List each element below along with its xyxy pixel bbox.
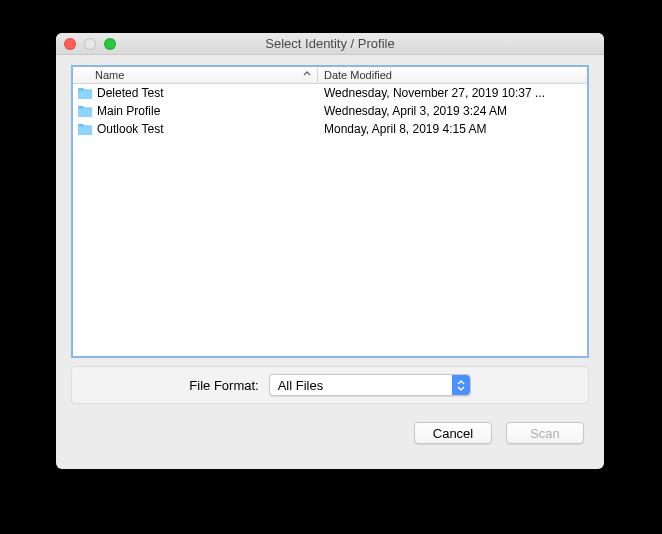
window-title: Select Identity / Profile [56, 36, 604, 51]
table-row[interactable]: Main Profile Wednesday, April 3, 2019 3:… [73, 102, 587, 120]
file-date: Wednesday, April 3, 2019 3:24 AM [318, 104, 587, 118]
traffic-lights [64, 38, 116, 50]
file-name: Deleted Test [97, 86, 164, 100]
folder-icon [77, 87, 93, 100]
column-headers: Name Date Modified [73, 67, 587, 84]
sort-ascending-icon [303, 70, 311, 80]
name-cell: Main Profile [73, 104, 318, 118]
cancel-button-label: Cancel [433, 426, 473, 441]
table-row[interactable]: Outlook Test Monday, April 8, 2019 4:15 … [73, 120, 587, 138]
close-icon[interactable] [64, 38, 76, 50]
maximize-icon[interactable] [104, 38, 116, 50]
select-arrows-icon [452, 375, 470, 395]
table-row[interactable]: Deleted Test Wednesday, November 27, 201… [73, 84, 587, 102]
column-header-name[interactable]: Name [73, 67, 318, 83]
file-format-label: File Format: [189, 378, 258, 393]
column-header-date[interactable]: Date Modified [318, 67, 587, 83]
dialog-window: Select Identity / Profile Name Date Modi… [56, 33, 604, 469]
minimize-icon [84, 38, 96, 50]
file-name: Outlook Test [97, 122, 163, 136]
folder-icon [77, 105, 93, 118]
file-date: Monday, April 8, 2019 4:15 AM [318, 122, 587, 136]
file-date: Wednesday, November 27, 2019 10:37 ... [318, 86, 587, 100]
name-cell: Deleted Test [73, 86, 318, 100]
name-cell: Outlook Test [73, 122, 318, 136]
column-header-date-label: Date Modified [324, 69, 392, 81]
column-header-name-label: Name [95, 69, 124, 81]
scan-button-label: Scan [530, 426, 560, 441]
file-list[interactable]: Deleted Test Wednesday, November 27, 201… [73, 84, 587, 356]
format-bar: File Format: All Files [71, 366, 589, 404]
scan-button: Scan [506, 422, 584, 444]
titlebar: Select Identity / Profile [56, 33, 604, 55]
file-format-select[interactable]: All Files [269, 374, 471, 396]
file-format-selected: All Files [278, 378, 324, 393]
button-bar: Cancel Scan [56, 422, 584, 444]
cancel-button[interactable]: Cancel [414, 422, 492, 444]
file-browser: Name Date Modified Deleted Test Wednesda… [71, 65, 589, 358]
folder-icon [77, 123, 93, 136]
file-name: Main Profile [97, 104, 160, 118]
